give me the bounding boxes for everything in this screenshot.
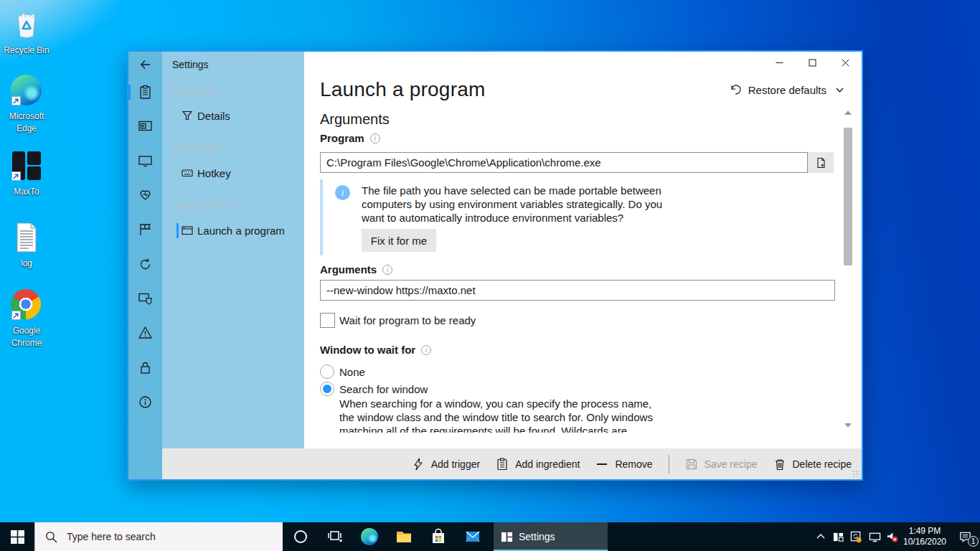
mail-icon — [464, 528, 481, 545]
shortcut-arrow — [11, 171, 21, 181]
info-message-box: i The file path you have selected can be… — [320, 179, 669, 255]
warning-icon[interactable] — [138, 325, 153, 340]
log-file-icon — [11, 222, 42, 253]
taskbar-search[interactable]: Type here to search — [34, 522, 283, 551]
taskbar-settings-label: Settings — [519, 531, 555, 542]
section-header: Arguments — [320, 111, 390, 128]
radio-row-none: None — [320, 364, 365, 379]
file-explorer-button[interactable] — [387, 522, 421, 551]
tray-volume-icon — [885, 530, 899, 544]
delete-recipe-button[interactable]: Delete recipe — [773, 458, 852, 471]
info-icon[interactable] — [138, 395, 153, 410]
sidebar-section-triggers: TRIGGERS — [172, 144, 220, 154]
info-text-line1: The file path you have selected can be m… — [362, 184, 662, 197]
cortana-button[interactable] — [283, 522, 318, 551]
desktop-icon-label: Recycle Bin — [0, 44, 53, 57]
desktop-icon-maxto[interactable]: MaxTo — [0, 150, 53, 198]
back-button[interactable] — [138, 57, 153, 72]
desktop-icon-microsoft-edge[interactable]: MicrosoftEdge — [0, 75, 53, 134]
main-panel: Launch a program Restore defaults Argume… — [304, 52, 862, 479]
windows-logo-icon — [11, 530, 24, 544]
notification-badge: 1 — [968, 536, 979, 547]
add-ingredient-button[interactable]: Add ingredient — [496, 458, 580, 471]
tray-sync-button[interactable] — [847, 522, 864, 551]
task-view-icon — [326, 528, 344, 545]
desktop-icon-label: log — [0, 258, 53, 270]
start-button[interactable] — [0, 522, 34, 551]
flag-icon[interactable] — [138, 222, 153, 237]
radio-search-for-window[interactable] — [320, 382, 334, 396]
fix-it-for-me-button[interactable]: Fix it for me — [362, 229, 436, 252]
remove-button[interactable]: Remove — [595, 458, 652, 471]
radio-search-label: Search for window — [339, 383, 428, 395]
radio-none[interactable] — [320, 364, 334, 379]
tray-display-button[interactable] — [866, 522, 883, 551]
scroll-down-arrow[interactable] — [844, 422, 852, 429]
tray-clock[interactable]: 1:49 PM 10/16/2020 — [899, 522, 951, 551]
desktop-icon-google-chrome[interactable]: GoogleChrome — [0, 289, 53, 349]
clipboard-icon — [496, 458, 509, 471]
sidebar-item-details[interactable]: Details — [162, 106, 304, 125]
file-browse-icon — [815, 157, 826, 169]
program-input[interactable] — [320, 152, 808, 173]
shield-window-icon[interactable] — [138, 291, 153, 306]
info-text-line3: want to automatically introduce environm… — [362, 211, 662, 225]
lightning-icon — [412, 458, 425, 471]
taskbar-settings-button[interactable]: Settings — [494, 522, 608, 551]
edge-icon — [361, 528, 378, 545]
recipes-icon[interactable] — [138, 85, 153, 100]
lock-icon[interactable] — [138, 360, 153, 375]
save-recipe-button[interactable]: Save recipe — [685, 458, 758, 471]
sidebar-item-label: Details — [197, 110, 230, 122]
tray-maxto-button[interactable] — [830, 522, 846, 551]
desktop-icon-label: Microsoft — [0, 110, 53, 123]
icon-rail — [128, 52, 162, 479]
recycle-bin-icon — [11, 9, 42, 40]
clock-date: 10/16/2020 — [903, 537, 946, 547]
chevron-down-icon — [835, 85, 844, 95]
add-trigger-button[interactable]: Add trigger — [412, 458, 480, 471]
desktop-icon-label: Google — [0, 325, 53, 337]
mail-button[interactable] — [456, 522, 490, 551]
arguments-info-icon[interactable]: i — [382, 265, 392, 275]
scrollbar[interactable] — [842, 109, 854, 429]
window-to-wait-label-row: Window to wait for i — [320, 344, 431, 356]
window-to-wait-info-icon[interactable]: i — [421, 345, 431, 355]
tray-chevron-button[interactable] — [813, 522, 829, 551]
chrome-icon — [11, 289, 42, 321]
desktop-icon-log[interactable]: log — [0, 222, 53, 270]
sidebar-item-hotkey[interactable]: Hotkey — [162, 164, 304, 182]
minus-icon — [595, 458, 608, 471]
scrollbar-thumb[interactable] — [844, 128, 852, 265]
rail-selected-indicator — [128, 85, 131, 100]
taskbar: Type here to search — [0, 522, 980, 551]
arguments-input[interactable] — [320, 280, 835, 301]
radio-none-label: None — [339, 366, 365, 378]
restore-defaults-label: Restore defaults — [748, 84, 826, 96]
wait-for-program-checkbox[interactable] — [320, 313, 335, 328]
sidebar-item-launch-a-program[interactable]: Launch a program — [162, 221, 304, 240]
info-circle-icon: i — [335, 185, 350, 200]
store-button[interactable] — [421, 522, 456, 551]
chevron-up-icon — [816, 532, 826, 542]
tray-volume-button[interactable] — [883, 522, 900, 551]
task-view-button[interactable] — [318, 522, 352, 551]
search-description-line2: the window class and the window title to… — [339, 410, 677, 424]
sync-icon[interactable] — [138, 257, 153, 272]
tray-maxto-icon — [833, 532, 844, 542]
desktop-icon-recycle-bin[interactable]: Recycle Bin — [0, 9, 53, 57]
monitor-icon[interactable] — [138, 154, 153, 169]
sidebar-section-ingredients: INGREDIENTS — [172, 202, 235, 212]
panel-left-icon[interactable] — [138, 118, 153, 133]
heart-icon[interactable] — [138, 187, 153, 202]
resize-grip[interactable] — [852, 470, 859, 477]
browse-file-button[interactable] — [808, 152, 834, 173]
sidebar-item-label: Launch a program — [197, 225, 285, 237]
restore-defaults-button[interactable]: Restore defaults — [729, 83, 844, 96]
edge-taskbar-button[interactable] — [352, 522, 387, 551]
shortcut-arrow — [11, 311, 21, 320]
page-title: Launch a program — [320, 78, 485, 101]
scroll-up-arrow[interactable] — [844, 109, 852, 116]
wait-for-program-row: Wait for program to be ready — [320, 313, 476, 328]
program-info-icon[interactable]: i — [370, 133, 380, 143]
